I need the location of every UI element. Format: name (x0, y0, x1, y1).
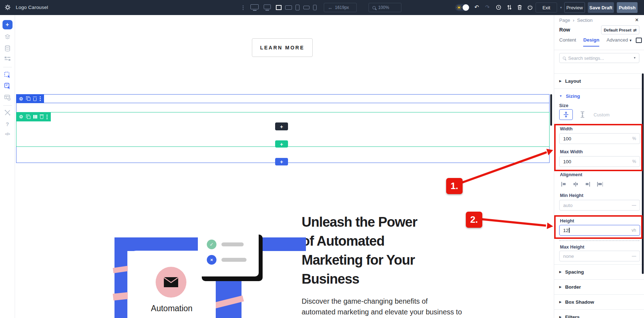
collapsed-triangle-icon: ▶ (559, 285, 562, 289)
breakpoint-tablet-portrait-icon[interactable] (296, 5, 299, 10)
width-label: Width (560, 126, 572, 131)
add-row-button[interactable]: + (275, 140, 288, 148)
sidebar-divider (3, 67, 12, 67)
add-element-button[interactable]: + (3, 20, 13, 29)
builder-settings-icon[interactable] (5, 4, 11, 12)
max-height-input[interactable] (563, 254, 632, 259)
settings-search[interactable] (559, 53, 639, 63)
align-center-button[interactable] (571, 180, 580, 188)
align-left-button[interactable] (559, 180, 568, 188)
alignment-label: Alignment (560, 172, 582, 177)
left-sidebar: + ? </> (0, 15, 15, 318)
help-icon[interactable]: ? (6, 121, 9, 127)
exit-dropdown-caret-icon[interactable]: ▼ (560, 6, 562, 9)
fullscreen-panel-icon[interactable] (636, 38, 642, 43)
redo-icon[interactable]: ↷ (485, 4, 490, 10)
global-blocks-icon[interactable] (4, 95, 11, 101)
breakpoint-current-icon[interactable] (276, 5, 282, 10)
breakpoint-desktop-icon[interactable] (250, 4, 259, 9)
search-input[interactable] (568, 56, 631, 61)
layers-icon[interactable] (4, 34, 11, 40)
max-height-field[interactable]: — (559, 251, 640, 261)
height-label: Height (560, 218, 574, 223)
publish-button[interactable]: Publish (617, 2, 638, 13)
max-width-field[interactable]: % (559, 156, 640, 167)
default-preset-button[interactable]: Default Preset⇄ (601, 25, 639, 34)
min-height-input[interactable] (563, 203, 632, 208)
zoom-lens-icon (372, 6, 376, 9)
section-more-icon[interactable] (40, 98, 41, 99)
add-section-button[interactable]: + (275, 158, 288, 165)
row-settings-icon[interactable] (19, 115, 23, 119)
placeholder-bar (221, 242, 244, 246)
canvas-scrollbar[interactable] (550, 94, 552, 126)
row-delete-icon[interactable] (40, 116, 43, 119)
select-row-tool-icon[interactable] (4, 83, 11, 90)
envelope-badge (156, 267, 186, 298)
learn-more-button[interactable]: LEARN MORE (252, 38, 313, 57)
section-duplicate-icon[interactable] (27, 97, 30, 101)
width-field[interactable]: % (559, 133, 640, 144)
save-draft-button[interactable]: Save Draft (588, 2, 614, 13)
drag-resize-dotted-line[interactable] (559, 240, 639, 241)
sort-structure-icon[interactable] (507, 5, 512, 11)
top-toolbar: Logo Carousel ↔ 1619px 100% ↶ ↷ Exit ▼ P… (0, 0, 644, 15)
tools-icon[interactable] (4, 110, 10, 116)
toolbar-drag-handle-icon[interactable] (243, 7, 244, 8)
section-spacing[interactable]: ▶Spacing (554, 264, 644, 279)
row-more-icon[interactable] (47, 116, 48, 117)
max-width-input[interactable] (563, 159, 632, 164)
zoom-indicator[interactable]: 100% (369, 3, 401, 12)
section-filters[interactable]: ▶Filters (554, 309, 644, 318)
width-input[interactable] (563, 136, 632, 141)
theme-toggle[interactable] (455, 4, 469, 11)
tab-advanced[interactable]: Advanced (606, 37, 628, 47)
breakpoint-laptop-icon[interactable] (264, 5, 271, 9)
history-icon[interactable] (496, 5, 501, 11)
section-sizing[interactable]: ▼ Sizing (554, 88, 644, 103)
breakpoint-phone-landscape-icon[interactable] (303, 6, 309, 9)
preset-swap-icon: ⇄ (633, 28, 637, 33)
envelope-icon (164, 276, 179, 288)
power-icon[interactable] (527, 5, 533, 11)
breadcrumb-page[interactable]: Page (559, 18, 570, 23)
close-panel-icon[interactable]: × (635, 16, 639, 24)
database-icon[interactable] (4, 45, 10, 52)
zoom-value: 100% (378, 5, 389, 10)
preview-button[interactable]: Preview (564, 2, 585, 13)
align-stretch-button[interactable] (596, 180, 604, 188)
filter-funnel-icon[interactable] (634, 56, 636, 60)
trash-icon[interactable] (517, 5, 522, 11)
canvas-width-value: 1619px (335, 5, 349, 10)
section-delete-icon[interactable] (33, 98, 36, 101)
section-layout[interactable]: ▶ Layout (554, 73, 644, 88)
breadcrumb-section[interactable]: Section (577, 18, 592, 23)
select-section-tool-icon[interactable] (4, 72, 11, 78)
tab-design[interactable]: Design (583, 37, 599, 47)
section-border[interactable]: ▶Border (554, 279, 644, 294)
section-box-shadow[interactable]: ▶Box Shadow (554, 294, 644, 309)
tabs-dropdown-caret-icon[interactable]: ▼ (629, 39, 632, 42)
size-custom-button[interactable] (576, 109, 589, 120)
align-right-button[interactable] (584, 180, 592, 188)
size-fit-button[interactable] (559, 109, 573, 120)
size-label: Size (559, 103, 569, 108)
row-columns-icon[interactable] (33, 115, 37, 119)
selected-element-title: Row (559, 27, 570, 33)
code-icon[interactable]: </> (5, 132, 10, 136)
page-title: Logo Carousel (16, 5, 48, 10)
undo-icon[interactable]: ↶ (474, 4, 479, 10)
section-settings-icon[interactable] (19, 97, 23, 101)
breakpoint-phone-portrait-icon[interactable] (313, 5, 317, 10)
tab-content[interactable]: Content (559, 37, 576, 47)
breakpoint-tablet-landscape-icon[interactable] (285, 5, 292, 10)
add-element-in-column-button[interactable]: + (275, 122, 288, 130)
exit-button[interactable]: Exit (536, 3, 557, 13)
wireframe-library-icon[interactable] (4, 56, 11, 62)
height-field[interactable]: 12 vh (559, 225, 640, 236)
canvas-width-indicator[interactable]: ↔ 1619px (324, 3, 357, 12)
min-height-field[interactable]: — (559, 200, 640, 211)
panel-scrollbar[interactable] (642, 73, 644, 274)
row-duplicate-icon[interactable] (27, 116, 30, 119)
height-value: 12 (563, 228, 569, 233)
